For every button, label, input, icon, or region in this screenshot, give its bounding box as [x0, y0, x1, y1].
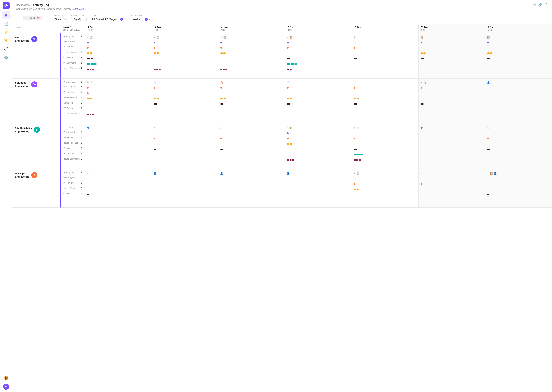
- main-content: Dashboards / Activity Log ☆ 🔗 ⋮ Get a bi…: [12, 0, 552, 392]
- sidebar-icon-settings[interactable]: ⚙️: [2, 54, 10, 61]
- star-button[interactable]: ☆: [533, 3, 536, 7]
- week-selector[interactable]: Last Week 📅: [23, 16, 42, 21]
- devops-sat: ☀: [419, 169, 485, 208]
- breadcrumb-parent[interactable]: Dashboards: [16, 3, 29, 6]
- web-fri: ☀: [352, 33, 419, 79]
- svg-point-1: [6, 5, 7, 6]
- header-actions: ☆ 🔗 ⋮: [533, 3, 548, 7]
- week-number: Week 1: [63, 26, 82, 29]
- misc-badge: 1: [145, 18, 148, 21]
- misc-dropdown[interactable]: Weekends 1 ▾: [131, 17, 152, 22]
- stats-web: PRs Opened5 PRs Merged4 PR Reviews5 Issu…: [60, 33, 85, 79]
- activities-dropdown[interactable]: PR Opened, PR Merged... 7 ▾: [90, 17, 127, 22]
- team-solutions-engineering: SolutionsEngineering So: [12, 79, 60, 124]
- header-day-sat: 7 Jan Sat: [419, 24, 485, 33]
- sre-fri: ☀📋: [352, 124, 419, 169]
- view-by-section: View By Team ▾: [53, 14, 68, 22]
- solutions-mon: ☀📋: [85, 79, 152, 124]
- link-button[interactable]: 🔗: [538, 3, 542, 7]
- misc-section: Miscellaneous Weekends 1 ▾: [131, 14, 152, 22]
- header-team-col: Team: [12, 24, 60, 33]
- solutions-wed: 📋: [218, 79, 285, 124]
- devops-mon: ☀: [85, 169, 152, 208]
- activities-section: Activities PR Opened, PR Merged... 7 ▾: [90, 14, 127, 22]
- sre-thu: ☀📋: [285, 124, 352, 169]
- misc-label: Miscellaneous: [131, 14, 152, 16]
- team-web-engineering: WebEngineering W: [12, 33, 60, 79]
- solutions-fri: 📋: [352, 79, 419, 124]
- view-by-label: View By: [53, 14, 68, 16]
- web-mon: ☀📋: [85, 33, 152, 79]
- app-logo[interactable]: [3, 2, 10, 9]
- sre-mon: 👤: [85, 124, 152, 169]
- header-day-mon: 2 Jan Mon: [85, 24, 152, 33]
- solutions-sun: 👤: [485, 79, 552, 124]
- header-day-thu: 5 Jan Thu: [285, 24, 352, 33]
- learn-more-link[interactable]: Learn More: [72, 8, 84, 10]
- week-navigation: ← Last Week 📅 →: [16, 15, 48, 21]
- sidebar: › ⊞ 📄 ⚡ 🏆 💬 ⚙️ 🎁 U: [0, 0, 12, 392]
- header-day-sun: 8 Jan Sun: [485, 24, 552, 33]
- user-avatar[interactable]: U: [3, 384, 9, 390]
- activities-label: Activities: [90, 14, 127, 16]
- custom-teams-section: Custom Teams Eng (8) ▾: [71, 14, 87, 22]
- web-sat: 📋: [419, 33, 485, 79]
- web-sun: 📋: [485, 33, 552, 79]
- team-avatar-sre: Si: [34, 127, 40, 133]
- page-subtitle: Get a bird's eye view of your team's dai…: [16, 8, 548, 10]
- week-range: Jan 2 - Jan 8,2023: [63, 29, 82, 31]
- sidebar-icon-dashboard[interactable]: ⊞: [2, 12, 10, 19]
- nav-forward-button[interactable]: →: [43, 15, 48, 21]
- sidebar-icon-trophy[interactable]: 🏆: [2, 37, 10, 44]
- header-week-col: Week 1 Jan 2 - Jan 8,2023: [60, 24, 85, 33]
- stats-devops: PRs Opened5 PRs Merged4 PR Reviews5 Issu…: [60, 169, 85, 208]
- team-site-reliability: Site ReliabilityEngineering Si: [12, 124, 60, 169]
- sidebar-icon-activity[interactable]: ⚡: [2, 28, 10, 36]
- stats-solutions: PRs Opened5 PRs Merged4 PR Reviews5 Issu…: [60, 79, 85, 124]
- sre-tue: ☀: [152, 124, 218, 169]
- calendar-icon: 📅: [36, 17, 40, 20]
- chevron-down-icon: ▾: [124, 18, 125, 21]
- team-devops: Dev OpsEngineering D: [12, 169, 60, 208]
- sidebar-icon-docs[interactable]: 📄: [2, 20, 10, 28]
- chevron-down-icon: ▾: [65, 18, 66, 21]
- breadcrumb-sep: /: [31, 3, 31, 6]
- devops-tue: 👤: [152, 169, 218, 208]
- activity-grid: Team Week 1 Jan 2 - Jan 8,2023 2 Jan Mon…: [12, 24, 552, 392]
- stats-sre: PRs Opened5 PRs Merged4 PR Reviews5 Issu…: [60, 124, 85, 169]
- sre-wed: ☀: [218, 124, 285, 169]
- devops-thu: 👤: [285, 169, 352, 208]
- team-avatar-web: W: [31, 36, 37, 42]
- grid-container: Team Week 1 Jan 2 - Jan 8,2023 2 Jan Mon…: [12, 24, 552, 208]
- web-thu: ☀📋: [285, 33, 352, 79]
- sre-sat: 👤: [419, 124, 485, 169]
- sidebar-toggle[interactable]: ›: [10, 13, 14, 18]
- solutions-thu: 📋: [285, 79, 352, 124]
- nav-back-button[interactable]: ←: [16, 15, 22, 21]
- devops-fri: ☀📋: [352, 169, 419, 208]
- view-by-dropdown[interactable]: Team ▾: [53, 17, 68, 22]
- header-day-wed: 4 Jan Wed: [218, 24, 285, 33]
- header-day-fri: 6 Jan Fri: [352, 24, 419, 33]
- chevron-down-icon: ▾: [84, 18, 85, 21]
- team-avatar-solutions: So: [31, 81, 37, 87]
- web-tue: ☀📋: [152, 33, 218, 79]
- devops-sun: ☀📋👤: [485, 169, 552, 208]
- toolbar: ← Last Week 📅 → View By Team ▾ Custom Te…: [12, 13, 552, 24]
- custom-teams-dropdown[interactable]: Eng (8) ▾: [71, 17, 87, 22]
- team-avatar-devops: D: [31, 172, 37, 178]
- web-wed: ☀📋: [218, 33, 285, 79]
- activities-badge: 7: [120, 18, 123, 21]
- more-button[interactable]: ⋮: [545, 3, 548, 7]
- breadcrumb-current: Activity Log: [33, 3, 49, 7]
- breadcrumb: Dashboards / Activity Log: [16, 3, 49, 7]
- sidebar-icon-chat[interactable]: 💬: [2, 45, 10, 53]
- header-day-tue: 3 Jan Tue: [152, 24, 218, 33]
- chevron-down-icon: ▾: [149, 18, 150, 21]
- page-header: Dashboards / Activity Log ☆ 🔗 ⋮ Get a bi…: [12, 0, 552, 13]
- solutions-sat: ☀📋: [419, 79, 485, 124]
- solutions-tue: 📋: [152, 79, 218, 124]
- custom-teams-label: Custom Teams: [71, 14, 87, 16]
- sre-sun: ☀: [485, 124, 552, 169]
- sidebar-icon-gift[interactable]: 🎁: [2, 374, 10, 382]
